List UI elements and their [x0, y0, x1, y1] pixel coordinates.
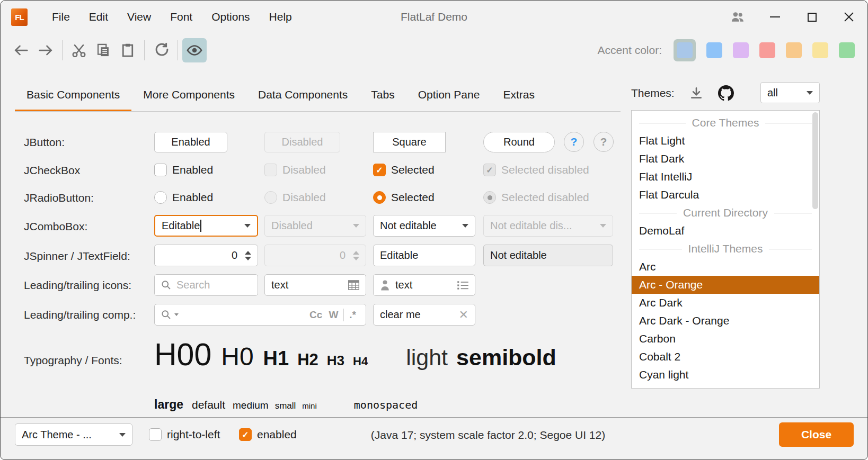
- theme-item[interactable]: Flat IntelliJ: [632, 168, 819, 186]
- radio-disabled: Disabled: [264, 191, 326, 204]
- clearable-text-field[interactable]: clear me ✕: [373, 304, 475, 326]
- list-icon[interactable]: [457, 281, 468, 290]
- back-icon[interactable]: [9, 38, 33, 62]
- theme-item[interactable]: Arc: [632, 258, 819, 276]
- theme-combobox-value: Arc Theme - ...: [22, 429, 92, 441]
- spinner[interactable]: 0: [154, 245, 258, 266]
- menu-edit[interactable]: Edit: [79, 7, 118, 26]
- right-to-left-checkbox[interactable]: right-to-left: [149, 428, 220, 441]
- themes-filter-combobox[interactable]: all: [760, 82, 820, 103]
- accent-swatch-7[interactable]: [839, 42, 855, 58]
- users-icon[interactable]: [719, 1, 756, 33]
- checkbox-disabled: Disabled: [264, 164, 326, 176]
- square-button[interactable]: Square: [373, 132, 446, 152]
- search-options-chevron-icon[interactable]: [174, 313, 179, 316]
- cut-icon[interactable]: [67, 38, 91, 62]
- themes-scrollbar-thumb[interactable]: [812, 112, 818, 209]
- checkbox-icon[interactable]: [154, 164, 167, 176]
- text-field-both-icons[interactable]: text: [373, 274, 475, 296]
- enabled-checkbox[interactable]: ✓ enabled: [239, 428, 297, 441]
- match-case-button[interactable]: Cc: [306, 309, 325, 321]
- jradiobutton-label: JRadioButton:: [24, 192, 94, 204]
- close-window-button[interactable]: [830, 1, 867, 33]
- help-button[interactable]: ?: [564, 132, 584, 152]
- text-field-trailing-icon[interactable]: text: [264, 274, 366, 296]
- refresh-icon[interactable]: [149, 38, 173, 62]
- accent-swatch-selected[interactable]: [674, 39, 696, 61]
- checkbox-selected[interactable]: ✓ Selected: [373, 164, 435, 176]
- combobox-editable[interactable]: Editable: [154, 215, 258, 237]
- themes-group-separator: Current Directory: [632, 204, 819, 222]
- textfield-editable[interactable]: Editable: [373, 245, 475, 266]
- download-icon[interactable]: [689, 86, 703, 100]
- chevron-down-icon[interactable]: [244, 224, 251, 228]
- menu-help[interactable]: Help: [260, 7, 302, 26]
- theme-item[interactable]: Flat Darcula: [632, 186, 819, 204]
- menu-options[interactable]: Options: [202, 7, 259, 26]
- themes-group-separator: IntelliJ Themes: [632, 240, 819, 258]
- round-button[interactable]: Round: [483, 132, 555, 152]
- forward-icon[interactable]: [33, 38, 58, 62]
- textfield-value: Not editable: [490, 249, 547, 261]
- theme-item[interactable]: Dark Flat: [632, 384, 819, 389]
- paste-icon[interactable]: [116, 38, 140, 62]
- tab-basic-components[interactable]: Basic Components: [15, 80, 131, 111]
- theme-item[interactable]: Cyan light: [632, 366, 819, 384]
- github-icon[interactable]: [718, 85, 734, 101]
- tab-more-components[interactable]: More Components: [131, 80, 246, 111]
- spinner-up-icon: [353, 251, 359, 255]
- help-button-disabled[interactable]: ?: [594, 132, 614, 152]
- spinner-down-icon[interactable]: [245, 257, 251, 260]
- minimize-button[interactable]: [756, 1, 793, 33]
- spinner-up-icon[interactable]: [245, 251, 251, 255]
- chevron-down-icon[interactable]: [462, 224, 468, 228]
- accent-swatch-2[interactable]: [706, 42, 722, 58]
- menu-view[interactable]: View: [118, 7, 161, 26]
- mini-size-sample: mini: [302, 401, 317, 410]
- tab-tabs[interactable]: Tabs: [359, 80, 406, 111]
- close-button[interactable]: Close: [779, 422, 854, 447]
- radio-enabled[interactable]: Enabled: [154, 191, 213, 204]
- radio-label: Selected disabled: [501, 191, 589, 204]
- h00-sample: H00: [154, 337, 211, 373]
- tab-option-pane[interactable]: Option Pane: [406, 80, 492, 111]
- maximize-button[interactable]: [793, 1, 830, 33]
- spinner-arrows[interactable]: [245, 251, 251, 260]
- tab-extras[interactable]: Extras: [491, 80, 546, 111]
- theme-item[interactable]: Flat Dark: [632, 150, 819, 168]
- accent-swatch-1[interactable]: [677, 42, 693, 58]
- menu-bar: File Edit View Font Options Help: [42, 7, 302, 26]
- search-field[interactable]: Search: [154, 274, 258, 296]
- theme-item[interactable]: Arc Dark: [632, 294, 819, 312]
- radio-selected[interactable]: Selected: [373, 191, 435, 204]
- table-icon[interactable]: [348, 280, 359, 290]
- accent-swatch-4[interactable]: [759, 42, 775, 58]
- checkbox-enabled[interactable]: Enabled: [154, 164, 213, 176]
- search-field-with-buttons[interactable]: Cc W .*: [154, 304, 366, 326]
- radio-selected-icon[interactable]: [373, 191, 386, 204]
- show-hidden-eye-toggle[interactable]: [182, 38, 207, 62]
- theme-item[interactable]: DemoLaf: [632, 222, 819, 240]
- clear-icon[interactable]: ✕: [459, 308, 468, 322]
- theme-combobox[interactable]: Arc Theme - ...: [15, 423, 132, 446]
- theme-item-selected[interactable]: Arc - Orange: [632, 276, 819, 294]
- accent-swatch-5[interactable]: [786, 42, 802, 58]
- accent-swatch-3[interactable]: [733, 42, 749, 58]
- accent-swatch-6[interactable]: [812, 42, 828, 58]
- combobox-not-editable[interactable]: Not editable: [373, 215, 475, 237]
- theme-item[interactable]: Arc Dark - Orange: [632, 312, 819, 330]
- theme-item[interactable]: Flat Light: [632, 132, 819, 150]
- theme-item[interactable]: Carbon: [632, 330, 819, 348]
- checkbox-icon[interactable]: [149, 428, 162, 441]
- radio-icon[interactable]: [154, 191, 167, 204]
- regex-button[interactable]: .*: [346, 309, 359, 321]
- tab-data-components[interactable]: Data Components: [246, 80, 359, 111]
- whole-word-button[interactable]: W: [325, 309, 341, 321]
- menu-file[interactable]: File: [42, 7, 79, 26]
- enabled-button[interactable]: Enabled: [154, 132, 227, 152]
- theme-item[interactable]: Cobalt 2: [632, 348, 819, 366]
- menu-font[interactable]: Font: [161, 7, 202, 26]
- checkbox-checked-icon[interactable]: ✓: [373, 164, 386, 176]
- checkbox-checked-icon[interactable]: ✓: [239, 428, 252, 441]
- copy-icon[interactable]: [91, 38, 116, 62]
